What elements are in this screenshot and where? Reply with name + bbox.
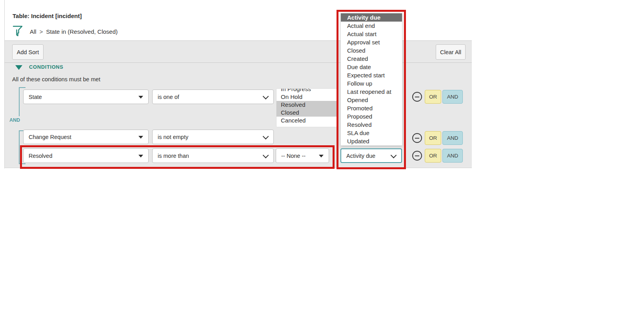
clear-all-button[interactable]: Clear All [436,44,466,60]
condition3-field-value: Resolved [29,153,52,159]
condition1-and-button[interactable]: AND [442,90,463,104]
condition3-operator-select[interactable]: is more than [152,148,274,163]
group-operator-label: AND [9,117,29,123]
caret-down-icon [138,96,143,99]
dropdown-option[interactable]: Opened [341,96,402,104]
remove-condition3-button[interactable] [412,151,422,161]
dropdown-option[interactable]: Actual end [341,22,402,30]
condition-group-bracket [19,130,20,164]
listbox-option[interactable]: In Progress [277,88,337,93]
dropdown-option-highlighted[interactable]: Activity due [341,13,402,22]
chevron-down-icon [391,152,397,158]
filter-icon [13,25,23,37]
condition2-field-select[interactable]: Change Request [23,130,149,144]
condition3-and-button[interactable]: AND [442,149,463,163]
condition2-operator-value: is not empty [158,134,188,140]
condition3-date-field-select[interactable]: Activity due [340,148,402,163]
remove-condition2-button[interactable] [412,133,422,143]
caret-down-icon [138,136,143,139]
condition3-operator-value: is more than [158,153,189,159]
collapse-triangle-icon[interactable] [15,65,22,70]
condition1-or-button[interactable]: OR [425,90,441,104]
condition1-operator-select[interactable]: is one of [152,90,274,104]
dropdown-option[interactable]: Resolved [341,121,402,129]
table-label: Table: Incident [incident] [13,13,82,19]
dropdown-option[interactable]: Updated [341,137,402,145]
caret-down-icon [138,155,143,157]
condition3-date-field-value: Activity due [346,153,375,159]
breadcrumb: All > State in (Resolved, Closed) [30,28,118,35]
listbox-option-selected[interactable]: Resolved [277,101,337,109]
condition3-or-button[interactable]: OR [425,149,441,163]
state-value-listbox[interactable]: In Progress On Hold Resolved Closed Canc… [276,88,337,127]
dropdown-option[interactable]: Actual start [341,30,402,38]
dropdown-option[interactable]: Proposed [341,112,402,121]
breadcrumb-all-link[interactable]: All [30,28,36,35]
dropdown-option[interactable]: Closed [341,46,402,55]
minus-circle-icon [415,97,419,97]
date-field-dropdown-list[interactable]: Activity due Actual end Actual start App… [340,13,402,146]
listbox-option[interactable]: On Hold [277,93,337,101]
chevron-down-icon [263,133,269,139]
condition2-operator-select[interactable]: is not empty [152,130,274,144]
minus-circle-icon [415,155,419,156]
condition1-operator-value: is one of [158,94,179,100]
dropdown-option[interactable]: SLA due [341,129,402,137]
dropdown-option[interactable]: Expected start [341,71,402,79]
condition3-value: -- None -- [281,153,306,159]
minus-circle-icon [415,138,419,139]
condition3-field-select[interactable]: Resolved [23,148,149,163]
listbox-option[interactable]: Canceled [277,117,337,124]
listbox-option-selected[interactable]: Closed [277,109,337,117]
condition2-and-button[interactable]: AND [442,131,463,145]
dropdown-option[interactable]: Last reopened at [341,88,402,96]
add-sort-button[interactable]: Add Sort [12,44,44,60]
dropdown-option[interactable]: Approval set [341,38,402,46]
breadcrumb-condition-link[interactable]: State in (Resolved, Closed) [46,28,118,35]
dropdown-option[interactable]: Due date [341,63,402,71]
condition3-value-select[interactable]: -- None -- [276,148,329,163]
condition2-or-button[interactable]: OR [425,131,441,145]
dropdown-option[interactable]: Follow up [341,79,402,88]
dropdown-option[interactable]: Promoted [341,104,402,112]
conditions-section-title: CONDITIONS [29,64,64,70]
condition1-field-select[interactable]: State [23,90,149,104]
condition-group-bracket-tick [19,163,25,164]
chevron-down-icon [263,152,269,158]
remove-condition1-button[interactable] [412,92,422,102]
dropdown-option[interactable]: Created [341,55,402,63]
chevron-down-icon [263,93,269,99]
breadcrumb-separator: > [40,28,43,35]
condition1-field-value: State [29,94,42,100]
condition-group-bracket [19,87,20,116]
conditions-subtitle: All of these conditions must be met [12,76,100,82]
condition2-field-value: Change Request [29,134,71,140]
filter-builder: Table: Incident [incident] All > State i… [4,0,472,168]
condition-group-bracket-tick [19,87,25,88]
caret-down-icon [319,155,324,157]
